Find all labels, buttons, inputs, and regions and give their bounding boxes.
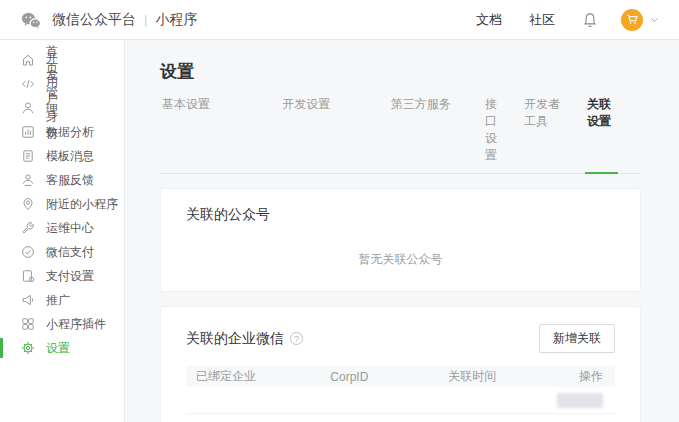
- table-header-cell: 操作: [546, 368, 603, 385]
- tab-interface[interactable]: 接口设置: [483, 96, 499, 173]
- sidebar-item-ops-center[interactable]: 运维中心: [0, 216, 124, 240]
- sidebar-item-label: 微信支付: [46, 244, 94, 261]
- sidebar-item-label: 设置: [46, 340, 70, 357]
- user-icon: [21, 101, 35, 115]
- brand: 微信公众平台 | 小程序: [20, 10, 197, 30]
- table-header-cell: 已绑定企业: [196, 368, 330, 385]
- table-header-row: 已绑定企业 CorpID 关联时间 操作: [186, 366, 615, 387]
- sidebar-item-label: 支付设置: [46, 268, 94, 285]
- sidebar-item-label: 附近的小程序: [46, 196, 118, 213]
- pay-doc-icon: [21, 269, 35, 283]
- sidebar-item-plugins[interactable]: 小程序插件: [0, 312, 124, 336]
- brand-separator: |: [144, 12, 147, 27]
- work-wechat-table: 已绑定企业 CorpID 关联时间 操作: [186, 366, 615, 414]
- sidebar-item-promotion[interactable]: 推广: [0, 288, 124, 312]
- work-wechat-card-head: 关联的企业微信 ? 新增关联: [186, 324, 615, 353]
- tab-association[interactable]: 关联设置: [585, 96, 618, 174]
- main-content: 设置 基本设置 开发设置 第三方服务 接口设置 开发者工具 关联设置 关联的公众…: [125, 40, 679, 422]
- gear-icon: [21, 341, 35, 355]
- settings-tabs: 基本设置 开发设置 第三方服务 接口设置 开发者工具 关联设置: [160, 96, 641, 174]
- header-link-docs[interactable]: 文档: [476, 11, 502, 29]
- sidebar-item-template-msg[interactable]: 模板消息: [0, 144, 124, 168]
- redacted-action-cell: [546, 392, 603, 407]
- chevron-down-icon: [650, 16, 659, 24]
- table-header-cell: 关联时间: [448, 368, 546, 385]
- sidebar-item-nearby[interactable]: 附近的小程序: [0, 192, 124, 216]
- home-icon: [21, 53, 35, 67]
- official-accounts-empty-text: 暂无关联公众号: [186, 251, 615, 268]
- wrench-icon: [21, 221, 35, 235]
- header-link-community[interactable]: 社区: [529, 11, 555, 29]
- tab-dev-tools[interactable]: 开发者工具: [522, 96, 562, 173]
- official-accounts-title: 关联的公众号: [186, 206, 615, 224]
- tab-basic[interactable]: 基本设置: [160, 96, 257, 173]
- work-wechat-card: 关联的企业微信 ? 新增关联 已绑定企业 CorpID 关联时间 操作: [160, 306, 641, 422]
- template-icon: [21, 149, 35, 163]
- sidebar-item-analytics[interactable]: 数据分析: [0, 120, 124, 144]
- redacted-block: [557, 393, 603, 408]
- official-accounts-card: 关联的公众号 暂无关联公众号: [160, 188, 641, 292]
- cart-avatar-icon[interactable]: [621, 9, 643, 31]
- header-right: 文档 社区: [476, 9, 659, 31]
- table-row: [186, 387, 615, 414]
- code-icon: [21, 77, 35, 91]
- sidebar-item-label: 小程序插件: [46, 316, 106, 333]
- tab-development[interactable]: 开发设置: [280, 96, 366, 173]
- sidebar-item-label: 运维中心: [46, 220, 94, 237]
- feedback-user-icon: [21, 173, 35, 187]
- work-wechat-title: 关联的企业微信: [186, 330, 284, 348]
- sidebar-item-label: 客服反馈: [46, 172, 94, 189]
- pay-check-icon: [21, 245, 35, 259]
- sidebar-item-wechat-pay[interactable]: 微信支付: [0, 240, 124, 264]
- location-pin-icon: [21, 197, 35, 211]
- sidebar-item-label: 推广: [46, 292, 70, 309]
- brand-title: 微信公众平台: [52, 11, 136, 29]
- wechat-logo-icon: [20, 10, 42, 30]
- sidebar-item-feedback[interactable]: 客服反馈: [0, 168, 124, 192]
- megaphone-icon: [21, 293, 35, 307]
- sidebar-item-settings[interactable]: 设置: [0, 336, 124, 360]
- bar-chart-icon: [21, 125, 35, 139]
- bell-icon[interactable]: [582, 12, 598, 28]
- sidebar-item-user-id[interactable]: 用户身份: [0, 96, 30, 120]
- sidebar-item-pay-settings[interactable]: 支付设置: [0, 264, 124, 288]
- table-header-cell: CorpID: [330, 370, 448, 384]
- sidebar-item-label: 数据分析: [46, 124, 94, 141]
- product-title: 小程序: [155, 11, 197, 29]
- sidebar-item-home[interactable]: 首页: [0, 48, 41, 72]
- sidebar-item-label: 模板消息: [46, 148, 94, 165]
- help-question-icon[interactable]: ?: [290, 332, 303, 345]
- sidebar-item-dev-manage[interactable]: 开发管理: [0, 72, 36, 96]
- plugin-grid-icon: [21, 317, 35, 331]
- top-header: 微信公众平台 | 小程序 文档 社区: [0, 0, 679, 40]
- account-menu[interactable]: [621, 9, 659, 31]
- sidebar: 首页 开发管理 用户身份 数据分析 模板消息 客服反馈 附近的小程序: [0, 40, 125, 422]
- page-title: 设置: [160, 60, 641, 83]
- tab-third-party[interactable]: 第三方服务: [389, 96, 460, 173]
- add-association-button[interactable]: 新增关联: [539, 324, 615, 353]
